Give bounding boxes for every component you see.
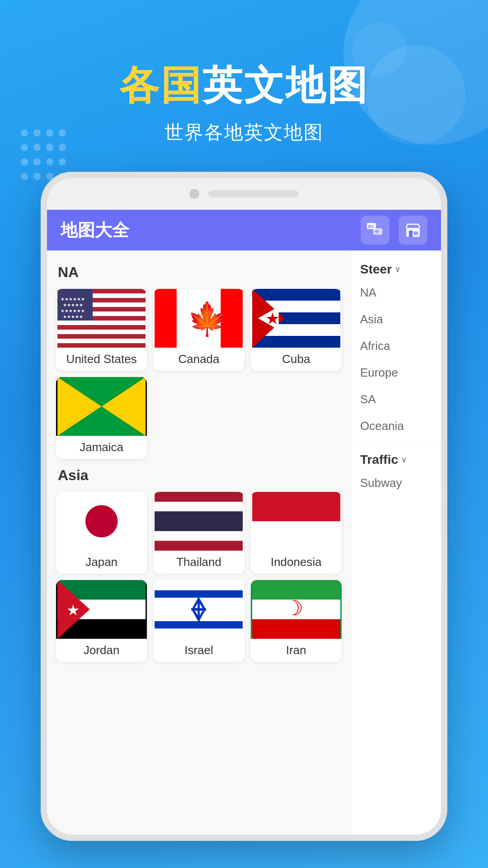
sidebar-group-traffic[interactable]: Traffic ∨ — [351, 447, 441, 470]
phone-mockup: 地图大全 En 中 — [41, 172, 447, 841]
app-toolbar: 地图大全 En 中 — [47, 210, 441, 250]
section-asia-label: Asia — [58, 467, 342, 484]
svg-text:En: En — [368, 224, 374, 229]
flag-img-jamaica — [56, 377, 147, 436]
flag-name-indonesia: Indonesia — [251, 551, 342, 574]
flag-img-canada: 🍁 — [153, 289, 244, 348]
flag-card-japan[interactable]: Japan — [56, 492, 147, 574]
flag-img-israel — [153, 580, 244, 639]
steer-chevron: ∨ — [394, 264, 400, 274]
sidebar-group-steer[interactable]: Steer ∨ — [351, 257, 441, 279]
svg-text:★★★★★: ★★★★★ — [63, 314, 83, 319]
flag-card-jamaica[interactable]: Jamaica — [56, 377, 147, 459]
main-title-yellow: 各国 — [119, 63, 202, 108]
sub-title: 世界各地英文地图 — [0, 120, 488, 145]
flag-card-indonesia[interactable]: Indonesia — [251, 492, 342, 574]
header-section: 各国英文地图 世界各地英文地图 — [0, 59, 488, 145]
flag-name-jordan: Jordan — [56, 639, 147, 662]
svg-text:★: ★ — [66, 602, 80, 618]
flag-name-iran: Iran — [251, 639, 342, 662]
svg-rect-20 — [155, 289, 177, 348]
store-icon-button[interactable] — [399, 216, 427, 245]
steer-label: Steer — [360, 262, 392, 277]
svg-rect-11 — [57, 321, 145, 325]
flag-img-jordan: ★ — [56, 580, 147, 639]
flag-img-cuba: ★ — [251, 289, 342, 348]
store-icon — [404, 222, 422, 239]
sidebar-item-subway[interactable]: Subway — [351, 470, 441, 496]
app-screen: 地图大全 En 中 — [47, 210, 441, 835]
content-right: Steer ∨ NA Asia Africa Europe SA Oceania… — [351, 250, 441, 835]
svg-rect-38 — [155, 511, 243, 531]
svg-text:🍁: 🍁 — [187, 300, 228, 338]
flag-img-thailand — [153, 492, 244, 551]
app-toolbar-title: 地图大全 — [61, 219, 361, 242]
svg-rect-13 — [57, 339, 145, 343]
indonesia-flag-svg — [251, 492, 342, 551]
sidebar-item-africa[interactable]: Africa — [351, 333, 441, 359]
svg-text:★: ★ — [265, 310, 280, 328]
flag-card-cuba[interactable]: ★ Cuba — [251, 289, 342, 371]
na-flag-grid: ★★★★★★ ★★★★★ ★★★★★★ ★★★★★ United States — [56, 289, 342, 459]
sidebar-item-na[interactable]: NA — [351, 279, 441, 306]
jordan-flag-svg: ★ — [56, 580, 147, 639]
svg-text:★★★★★★: ★★★★★★ — [61, 308, 85, 313]
main-title: 各国英文地图 — [0, 59, 488, 113]
translate-icon-button[interactable]: En 中 — [361, 216, 389, 245]
flag-card-jordan[interactable]: ★ Jordan — [56, 580, 147, 662]
sidebar-item-asia[interactable]: Asia — [351, 306, 441, 333]
svg-rect-39 — [155, 531, 243, 541]
svg-text:★★★★★: ★★★★★ — [63, 302, 83, 307]
flag-name-japan: Japan — [56, 551, 147, 574]
sidebar-divider — [351, 443, 441, 443]
phone-notch — [47, 178, 441, 210]
flag-card-canada[interactable]: 🍁 Canada — [153, 289, 244, 371]
content-left[interactable]: NA — [47, 250, 351, 835]
sidebar-item-oceania[interactable]: Oceania — [351, 413, 441, 439]
flag-card-usa[interactable]: ★★★★★★ ★★★★★ ★★★★★★ ★★★★★ United States — [56, 289, 147, 371]
flag-card-iran[interactable]: ☽ Iran — [251, 580, 342, 662]
flag-name-thailand: Thailand — [153, 551, 244, 574]
svg-rect-40 — [252, 492, 340, 521]
traffic-chevron: ∨ — [401, 455, 407, 465]
flag-name-usa: United States — [56, 348, 147, 371]
flag-name-canada: Canada — [153, 348, 244, 371]
iran-flag-svg: ☽ — [251, 580, 342, 639]
svg-rect-41 — [252, 521, 340, 551]
main-title-white: 英文地图 — [202, 63, 369, 108]
translate-icon: En 中 — [366, 222, 384, 238]
japan-flag-svg — [56, 492, 147, 551]
notch-camera — [189, 189, 199, 199]
flag-card-thailand[interactable]: Thailand — [153, 492, 244, 574]
svg-rect-37 — [155, 502, 243, 511]
flag-name-jamaica: Jamaica — [56, 436, 147, 459]
traffic-label: Traffic — [360, 453, 398, 467]
canada-flag-svg: 🍁 — [153, 289, 244, 348]
svg-text:★★★★★★: ★★★★★★ — [61, 297, 85, 302]
app-content: NA — [47, 250, 441, 835]
flag-name-israel: Israel — [153, 639, 244, 662]
flag-img-japan — [56, 492, 147, 551]
svg-rect-55 — [252, 619, 340, 639]
svg-rect-5 — [409, 231, 413, 237]
svg-rect-48 — [155, 590, 243, 598]
svg-rect-12 — [57, 330, 145, 334]
sidebar-item-europe[interactable]: Europe — [351, 359, 441, 386]
flag-card-israel[interactable]: Israel — [153, 580, 244, 662]
toolbar-icons: En 中 — [361, 216, 427, 245]
svg-rect-6 — [413, 231, 418, 235]
israel-flag-svg — [153, 580, 244, 639]
cuba-flag-svg: ★ — [251, 289, 342, 348]
jamaica-flag-svg — [56, 377, 147, 436]
flag-img-usa: ★★★★★★ ★★★★★ ★★★★★★ ★★★★★ — [56, 289, 147, 348]
svg-text:中: 中 — [375, 230, 379, 234]
usa-flag-svg: ★★★★★★ ★★★★★ ★★★★★★ ★★★★★ — [56, 289, 147, 348]
flag-name-cuba: Cuba — [251, 348, 342, 371]
flag-img-iran: ☽ — [251, 580, 342, 639]
notch-bar — [208, 190, 299, 198]
section-na-label: NA — [58, 264, 342, 281]
asia-flag-grid: Japan Thailand — [56, 492, 342, 662]
flag-img-indonesia — [251, 492, 342, 551]
thailand-flag-svg — [153, 492, 244, 551]
sidebar-item-sa[interactable]: SA — [351, 386, 441, 413]
